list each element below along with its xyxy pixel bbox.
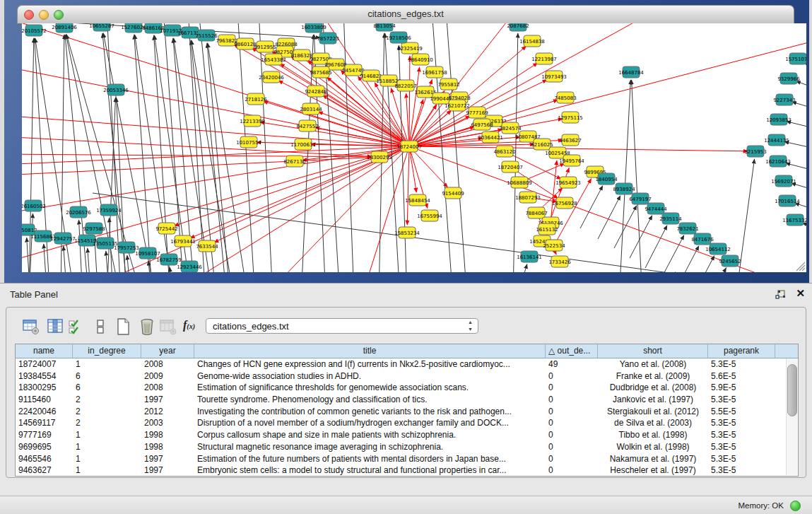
- window-titlebar[interactable]: citations_edges.txt: [17, 5, 794, 24]
- network-graph[interactable]: 1872400779638229860128891295582260889827…: [22, 23, 806, 272]
- network-node[interactable]: 15853234: [394, 227, 420, 238]
- network-node[interactable]: 9463627: [559, 134, 581, 146]
- table-row[interactable]: 1938455462009Genome-wide association stu…: [16, 370, 798, 382]
- network-edge[interactable]: [409, 56, 410, 146]
- network-node[interactable]: 8813054: [373, 23, 396, 31]
- network-edge[interactable]: [794, 203, 806, 214]
- network-edge[interactable]: [709, 268, 726, 272]
- network-node[interactable]: 20891406: [52, 23, 77, 33]
- network-node[interactable]: 7832621: [676, 223, 698, 234]
- network-edge[interactable]: [134, 35, 153, 272]
- network-node[interactable]: 16154838: [519, 35, 545, 47]
- network-node[interactable]: 15751074: [785, 53, 806, 64]
- function-builder-icon[interactable]: f(x): [183, 319, 195, 332]
- network-edge[interactable]: [409, 67, 420, 146]
- network-edge[interactable]: [407, 146, 409, 225]
- network-node[interactable]: 16033809: [301, 23, 326, 33]
- network-edge[interactable]: [693, 256, 714, 272]
- network-edge[interactable]: [409, 146, 806, 272]
- network-node[interactable]: 20105572: [22, 25, 47, 36]
- network-node[interactable]: 9242848: [305, 86, 326, 97]
- network-edge[interactable]: [22, 158, 372, 175]
- network-node[interactable]: 12213987: [531, 53, 557, 64]
- network-edge[interactable]: [361, 146, 409, 272]
- network-node[interactable]: 9154409: [442, 187, 464, 199]
- network-edge[interactable]: [786, 163, 806, 174]
- network-node[interactable]: 7515526: [195, 30, 218, 41]
- network-edge[interactable]: [661, 235, 684, 272]
- network-edge[interactable]: [598, 196, 620, 239]
- resize-grip[interactable]: [796, 262, 805, 271]
- column-header-in_degree[interactable]: in_degree: [73, 344, 141, 358]
- network-edge[interactable]: [88, 248, 91, 272]
- network-edge[interactable]: [787, 122, 806, 132]
- new-table-icon[interactable]: [114, 317, 132, 336]
- network-edge[interactable]: [170, 267, 173, 272]
- network-edge[interactable]: [736, 159, 755, 272]
- network-edge[interactable]: [262, 146, 409, 272]
- table-selector-dropdown[interactable]: citations_edges.txt ▲▼: [206, 318, 478, 334]
- network-node[interactable]: 9777169: [466, 107, 488, 118]
- network-node[interactable]: 19218506: [386, 32, 411, 43]
- table-scrollbar-thumb[interactable]: [787, 364, 797, 416]
- network-node[interactable]: 15692071: [771, 175, 796, 187]
- network-canvas[interactable]: 1872400779638229860128891295582260889827…: [22, 23, 806, 272]
- network-node[interactable]: 2087682: [507, 23, 529, 31]
- network-edge[interactable]: [614, 206, 637, 248]
- network-edge[interactable]: [322, 95, 409, 146]
- column-header-short[interactable]: short: [598, 344, 708, 358]
- network-edge[interactable]: [446, 23, 467, 272]
- network-node[interactable]: 2718126: [245, 93, 267, 105]
- close-panel-icon[interactable]: ✕: [796, 287, 805, 300]
- network-edge[interactable]: [409, 146, 748, 151]
- network-node[interactable]: 8938924: [613, 183, 635, 194]
- network-node[interactable]: 11675332: [782, 214, 806, 226]
- row-height-icon[interactable]: [91, 317, 110, 336]
- network-node[interactable]: 18807293: [515, 192, 541, 203]
- table-settings-icon[interactable]: [22, 317, 40, 336]
- column-header-year[interactable]: year: [141, 344, 194, 358]
- network-node[interactable]: 19495764: [559, 155, 584, 166]
- network-node[interactable]: 2522534: [543, 240, 565, 251]
- network-edge[interactable]: [208, 43, 248, 272]
- table-row[interactable]: 2242004622012Investigating the contribut…: [16, 406, 798, 418]
- network-edge[interactable]: [66, 35, 142, 272]
- network-node[interactable]: 8215953: [744, 146, 766, 157]
- network-node[interactable]: 9297588: [83, 223, 105, 234]
- network-node[interactable]: 18720407: [498, 161, 523, 173]
- network-node[interactable]: 9329966: [777, 73, 800, 84]
- network-node[interactable]: 26160502: [22, 200, 46, 211]
- network-node[interactable]: 9875685: [310, 66, 331, 78]
- network-edge[interactable]: [551, 160, 557, 223]
- network-node[interactable]: 17016514: [775, 195, 800, 206]
- network-node[interactable]: 1615132: [536, 223, 558, 235]
- network-node[interactable]: 7955812: [437, 78, 459, 90]
- network-node[interactable]: 12975115: [558, 112, 583, 123]
- network-node[interactable]: 12444135: [764, 134, 789, 146]
- network-edge[interactable]: [678, 246, 699, 272]
- table-row[interactable]: 946362711997Embryonic stem cells: a mode…: [16, 465, 798, 477]
- network-node[interactable]: 1733426: [548, 256, 571, 267]
- network-node[interactable]: 12923446: [177, 261, 202, 272]
- column-header-out_de[interactable]: △ out_de...: [546, 344, 598, 358]
- network-edge[interactable]: [804, 63, 806, 76]
- table-row[interactable]: 946554611997Estimation of the future num…: [16, 453, 798, 465]
- delete-table-trash-icon[interactable]: [138, 317, 156, 336]
- table-row[interactable]: 911546021997Tourette syndrome. Phenomeno…: [16, 394, 798, 406]
- network-node[interactable]: 9245652: [719, 255, 741, 267]
- network-node[interactable]: 8912955: [254, 41, 276, 52]
- table-row[interactable]: 1830029562008Estimation of significance …: [16, 382, 798, 394]
- network-node[interactable]: 20053346: [103, 84, 129, 95]
- network-node[interactable]: 16961758: [422, 66, 447, 78]
- network-node[interactable]: 9860128: [234, 38, 256, 49]
- network-edge[interactable]: [409, 37, 806, 146]
- network-node[interactable]: 6497568: [471, 119, 493, 130]
- network-node[interactable]: 7633544: [196, 240, 218, 252]
- network-edge[interactable]: [517, 264, 527, 272]
- network-node[interactable]: 15848454: [405, 194, 430, 206]
- table-row[interactable]: 1872400712008Changes of HCN gene express…: [16, 358, 798, 370]
- network-node[interactable]: 4863120: [493, 146, 515, 157]
- network-node[interactable]: 23420046: [259, 71, 284, 83]
- network-node[interactable]: 12093853: [766, 114, 792, 125]
- network-edge[interactable]: [554, 179, 592, 245]
